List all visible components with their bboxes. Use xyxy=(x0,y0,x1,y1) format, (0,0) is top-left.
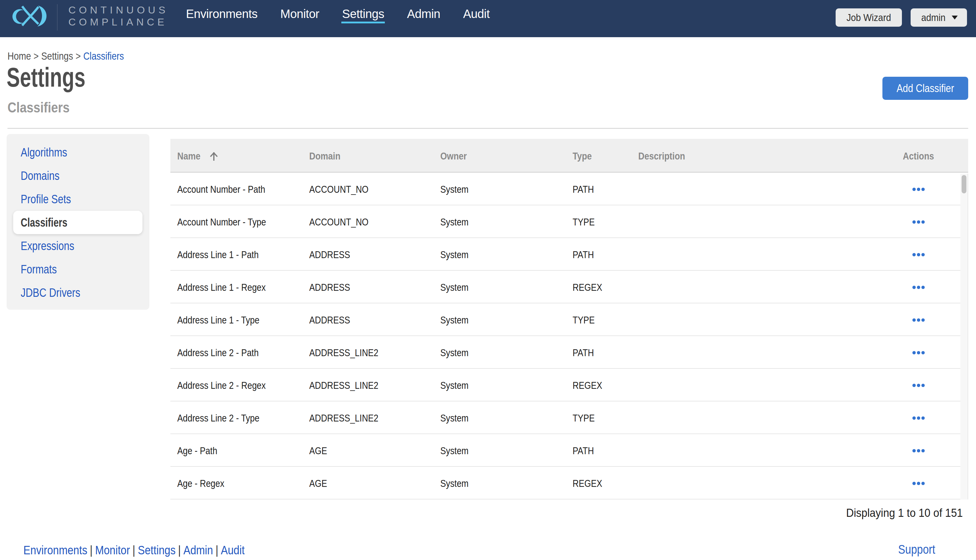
breadcrumb-settings[interactable]: Settings xyxy=(41,50,73,62)
cell-domain: ADDRESS xyxy=(309,282,418,293)
footer-separator: | xyxy=(87,543,95,557)
cell-domain: ADDRESS_LINE2 xyxy=(309,347,418,358)
sidebar-item-algorithms[interactable]: Algorithms xyxy=(13,141,142,164)
sidebar-item-jdbc-drivers[interactable]: JDBC Drivers xyxy=(13,281,142,304)
nav-audit[interactable]: Audit xyxy=(462,5,491,23)
sidebar-item-profile-sets[interactable]: Profile Sets xyxy=(13,187,142,211)
footer-settings[interactable]: Settings xyxy=(138,543,175,557)
sidebar-item-formats[interactable]: Formats xyxy=(13,258,142,281)
table-scrollbar-track[interactable] xyxy=(960,173,968,500)
settings-sidebar: Algorithms Domains Profile Sets Classifi… xyxy=(7,134,149,310)
cell-owner: System xyxy=(440,478,550,489)
column-header-owner[interactable]: Owner xyxy=(440,150,554,162)
pagination-status: Displaying 1 to 10 of 151 xyxy=(67,507,963,520)
sort-ascending-icon xyxy=(210,152,218,161)
section-title: Classifiers xyxy=(7,99,70,116)
nav-admin[interactable]: Admin xyxy=(406,5,441,23)
add-classifier-button[interactable]: Add Classifier xyxy=(883,77,968,100)
row-actions-menu-icon[interactable] xyxy=(911,382,926,389)
support-link[interactable]: Support xyxy=(898,542,935,557)
cell-domain: ADDRESS xyxy=(309,314,418,326)
row-actions-menu-icon[interactable] xyxy=(911,447,926,454)
footer-nav: Environments|Monitor|Settings|Admin|Audi… xyxy=(23,543,245,557)
sidebar-item-label: Classifiers xyxy=(21,215,67,230)
breadcrumb: Home>Settings>Classifiers xyxy=(7,50,124,62)
footer-separator: | xyxy=(175,543,183,557)
table-row: Age - Path AGE System PATH xyxy=(170,434,960,467)
sidebar-item-label: Formats xyxy=(21,262,57,277)
cell-type: REGEX xyxy=(572,282,627,293)
row-actions-menu-icon[interactable] xyxy=(911,218,926,225)
brand-wordmark: CONTINUOUS COMPLIANCE xyxy=(68,4,169,28)
classifiers-table: Name Domain Owner Type Description Actio… xyxy=(170,139,968,500)
table-row: Address Line 1 - Type ADDRESS System TYP… xyxy=(170,303,960,336)
column-header-domain[interactable]: Domain xyxy=(309,150,422,162)
column-header-description[interactable]: Description xyxy=(638,150,843,162)
cell-owner: System xyxy=(440,216,550,228)
footer-monitor[interactable]: Monitor xyxy=(95,543,130,557)
brand-separator xyxy=(57,4,58,31)
cell-owner: System xyxy=(440,314,550,326)
cell-owner: System xyxy=(440,249,550,260)
cell-owner: System xyxy=(440,282,550,293)
footer-environments[interactable]: Environments xyxy=(23,543,87,557)
row-actions-menu-icon[interactable] xyxy=(911,284,926,291)
footer-separator: | xyxy=(213,543,221,557)
job-wizard-button[interactable]: Job Wizard xyxy=(836,8,902,27)
caret-down-icon xyxy=(952,16,958,20)
nav-environments[interactable]: Environments xyxy=(185,5,258,23)
row-actions-menu-icon[interactable] xyxy=(911,317,926,323)
user-menu-label: admin xyxy=(921,12,946,23)
cell-type: TYPE xyxy=(572,216,627,228)
cell-name: Address Line 2 - Path xyxy=(172,347,287,358)
add-classifier-label: Add Classifier xyxy=(896,82,954,95)
job-wizard-label: Job Wizard xyxy=(846,12,891,23)
top-navbar: CONTINUOUS COMPLIANCE Environments Monit… xyxy=(0,0,976,37)
cell-owner: System xyxy=(440,445,550,457)
cell-type: TYPE xyxy=(572,412,627,424)
sidebar-item-classifiers[interactable]: Classifiers xyxy=(13,211,142,234)
cell-name: Address Line 1 - Regex xyxy=(172,282,287,293)
table-row: Account Number - Path ACCOUNT_NO System … xyxy=(170,173,960,205)
sidebar-item-expressions[interactable]: Expressions xyxy=(13,234,142,258)
row-actions-menu-icon[interactable] xyxy=(911,415,926,422)
breadcrumb-separator: > xyxy=(73,50,83,62)
row-actions-menu-icon[interactable] xyxy=(911,186,926,193)
cell-name: Account Number - Type xyxy=(172,216,287,228)
cell-domain: AGE xyxy=(309,478,418,489)
section-divider xyxy=(7,128,968,128)
cell-owner: System xyxy=(440,347,550,358)
cell-domain: ACCOUNT_NO xyxy=(309,183,418,195)
cell-domain: ADDRESS xyxy=(309,249,418,260)
cell-type: PATH xyxy=(572,183,627,195)
table-row: Address Line 2 - Path ADDRESS_LINE2 Syst… xyxy=(170,336,960,369)
table-scrollbar-thumb[interactable] xyxy=(962,175,966,193)
cell-name: Age - Path xyxy=(172,445,287,457)
footer-admin[interactable]: Admin xyxy=(183,543,213,557)
cell-owner: System xyxy=(440,380,550,391)
cell-name: Address Line 1 - Type xyxy=(172,314,287,326)
column-header-name[interactable]: Name xyxy=(170,150,309,162)
nav-monitor[interactable]: Monitor xyxy=(280,5,320,23)
cell-type: REGEX xyxy=(572,478,627,489)
cell-name: Age - Regex xyxy=(172,478,287,489)
breadcrumb-home[interactable]: Home xyxy=(7,50,31,62)
row-actions-menu-icon[interactable] xyxy=(911,480,926,487)
footer-separator: | xyxy=(130,543,138,557)
row-actions-menu-icon[interactable] xyxy=(911,349,926,356)
navbar-actions: Job Wizard admin xyxy=(836,8,967,27)
footer-audit[interactable]: Audit xyxy=(221,543,244,557)
sidebar-item-label: Expressions xyxy=(21,239,74,253)
table-row: Address Line 1 - Path ADDRESS System PAT… xyxy=(170,238,960,271)
cell-type: PATH xyxy=(572,249,627,260)
user-menu-button[interactable]: admin xyxy=(911,8,967,27)
nav-settings[interactable]: Settings xyxy=(341,5,385,23)
column-header-type[interactable]: Type xyxy=(572,150,629,162)
cell-type: PATH xyxy=(572,445,627,457)
cell-domain: ACCOUNT_NO xyxy=(309,216,418,228)
breadcrumb-classifiers[interactable]: Classifiers xyxy=(83,50,124,62)
page: CONTINUOUS COMPLIANCE Environments Monit… xyxy=(0,0,976,560)
sidebar-item-domains[interactable]: Domains xyxy=(13,164,142,187)
cell-type: TYPE xyxy=(572,314,627,326)
row-actions-menu-icon[interactable] xyxy=(911,251,926,258)
